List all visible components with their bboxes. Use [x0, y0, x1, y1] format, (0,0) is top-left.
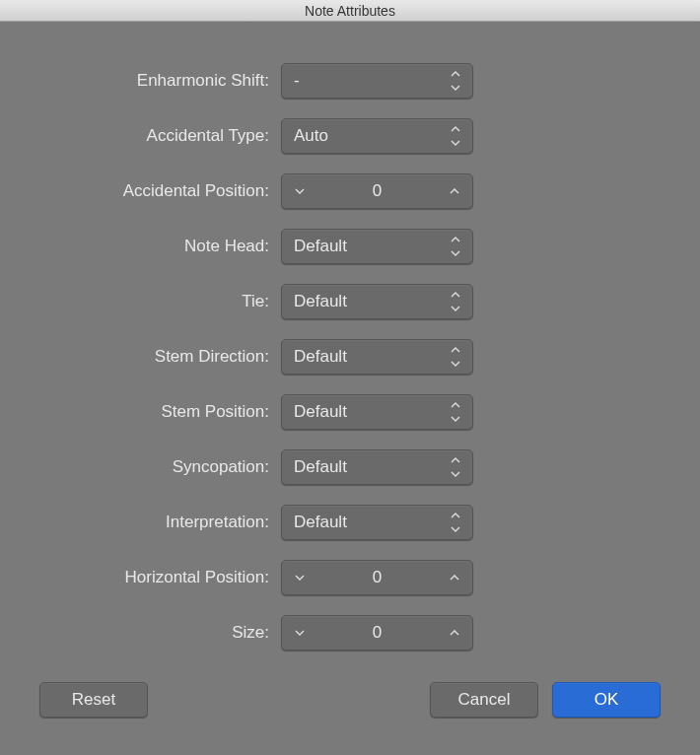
row-size: Size: 0	[39, 613, 661, 652]
select-stem-direction[interactable]: Default	[281, 339, 473, 375]
select-syncopation[interactable]: Default	[281, 449, 473, 485]
label-horizontal-position: Horizontal Position:	[39, 568, 281, 587]
updown-icon	[449, 513, 462, 532]
dialog-content: Enharmonic Shift: - Accidental Type: Aut…	[0, 22, 700, 755]
updown-icon	[449, 457, 462, 477]
row-syncopation: Syncopation: Default	[39, 447, 661, 487]
select-value: Default	[294, 513, 347, 532]
stepper-increment[interactable]	[437, 174, 472, 208]
label-syncopation: Syncopation:	[39, 457, 281, 477]
label-accidental-type: Accidental Type:	[39, 126, 281, 146]
updown-icon	[449, 71, 462, 91]
label-enharmonic-shift: Enharmonic Shift:	[39, 71, 281, 91]
ok-button[interactable]: OK	[552, 682, 661, 718]
row-horizontal-position: Horizontal Position: 0	[39, 558, 661, 597]
select-value: Default	[294, 457, 347, 477]
row-interpretation: Interpretation: Default	[39, 503, 661, 542]
select-interpretation[interactable]: Default	[281, 505, 473, 540]
select-value: Default	[294, 292, 347, 311]
row-note-head: Note Head: Default	[39, 227, 661, 266]
select-accidental-type[interactable]: Auto	[281, 118, 473, 154]
updown-icon	[449, 402, 462, 422]
updown-icon	[449, 292, 462, 311]
row-stem-position: Stem Position: Default	[39, 392, 661, 432]
stepper-increment[interactable]	[437, 616, 472, 650]
form-rows: Enharmonic Shift: - Accidental Type: Aut…	[39, 61, 661, 652]
row-accidental-type: Accidental Type: Auto	[39, 116, 661, 156]
stepper-value[interactable]: 0	[317, 623, 437, 643]
select-stem-position[interactable]: Default	[281, 394, 473, 430]
select-enharmonic-shift[interactable]: -	[281, 63, 473, 99]
stepper-increment[interactable]	[437, 561, 472, 594]
stepper-size[interactable]: 0	[281, 615, 473, 651]
reset-button[interactable]: Reset	[39, 682, 148, 718]
stepper-decrement[interactable]	[282, 561, 317, 594]
select-note-head[interactable]: Default	[281, 229, 473, 264]
stepper-decrement[interactable]	[282, 174, 317, 208]
select-value: Default	[294, 237, 347, 256]
title-bar: Note Attributes	[0, 0, 700, 22]
label-stem-position: Stem Position:	[39, 402, 281, 422]
stepper-decrement[interactable]	[282, 616, 317, 650]
label-stem-direction: Stem Direction:	[39, 347, 281, 367]
row-tie: Tie: Default	[39, 282, 661, 321]
stepper-value[interactable]: 0	[317, 181, 437, 201]
stepper-horizontal-position[interactable]: 0	[281, 560, 473, 595]
cancel-button[interactable]: Cancel	[430, 682, 538, 718]
updown-icon	[449, 126, 462, 146]
label-interpretation: Interpretation:	[39, 513, 281, 532]
row-enharmonic-shift: Enharmonic Shift: -	[39, 61, 661, 101]
select-value: Auto	[294, 126, 328, 146]
row-accidental-position: Accidental Position: 0	[39, 172, 661, 211]
updown-icon	[449, 237, 462, 256]
select-tie[interactable]: Default	[281, 284, 473, 319]
select-value: Default	[294, 347, 347, 367]
label-tie: Tie:	[39, 292, 281, 311]
updown-icon	[449, 347, 462, 367]
label-note-head: Note Head:	[39, 237, 281, 256]
label-accidental-position: Accidental Position:	[39, 181, 281, 201]
window-title: Note Attributes	[305, 3, 395, 19]
button-bar: Reset Cancel OK	[39, 652, 661, 735]
select-value: Default	[294, 402, 347, 422]
stepper-value[interactable]: 0	[317, 568, 437, 587]
row-stem-direction: Stem Direction: Default	[39, 337, 661, 377]
stepper-accidental-position[interactable]: 0	[281, 173, 473, 209]
label-size: Size:	[39, 623, 281, 643]
select-value: -	[294, 71, 300, 91]
